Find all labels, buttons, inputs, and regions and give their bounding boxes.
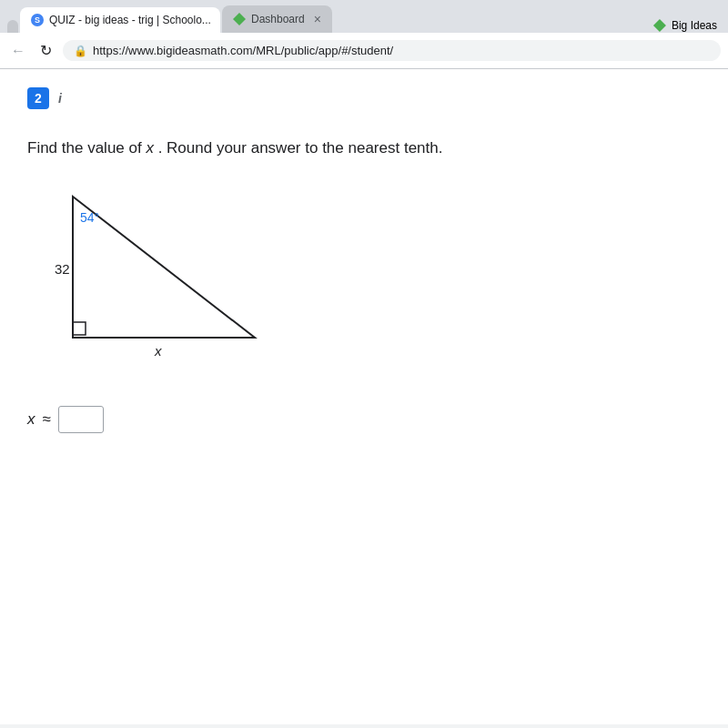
- dashboard-tab-close[interactable]: ×: [314, 12, 321, 26]
- url-text: https://www.bigideasmath.com/MRL/public/…: [93, 44, 393, 57]
- quiz-tab[interactable]: S QUIZ - big ideas - trig | Schoolo...: [20, 7, 220, 33]
- svg-text:32: 32: [55, 261, 70, 277]
- svg-text:x: x: [154, 343, 162, 359]
- question-number: 2: [27, 87, 49, 109]
- triangle-svg: 54° 32 x: [46, 187, 273, 369]
- page-content: 2 i Find the value of x . Round your ans…: [0, 69, 728, 724]
- quiz-tab-label: QUIZ - big ideas - trig | Schoolo...: [49, 14, 211, 26]
- approx-symbol: ≈: [43, 410, 51, 429]
- partial-tab[interactable]: [7, 20, 18, 33]
- schoology-icon: S: [31, 14, 44, 26]
- answer-variable: x: [27, 410, 35, 429]
- svg-text:54°: 54°: [80, 210, 99, 225]
- dashboard-tab-label: Dashboard: [251, 13, 305, 25]
- variable-x-inline: x: [146, 139, 154, 157]
- question-text: Find the value of x . Round your answer …: [27, 136, 701, 160]
- address-bar-row: ← ↻ 🔒 https://www.bigideasmath.com/MRL/p…: [0, 33, 728, 69]
- reload-button[interactable]: ↻: [36, 40, 56, 61]
- back-button[interactable]: ←: [7, 41, 29, 61]
- address-box[interactable]: 🔒 https://www.bigideasmath.com/MRL/publi…: [63, 40, 721, 61]
- triangle-diagram: 54° 32 x: [46, 187, 273, 369]
- dashboard-tab[interactable]: Dashboard ×: [222, 5, 332, 33]
- tab-bar: S QUIZ - big ideas - trig | Schoolo... D…: [0, 0, 728, 33]
- browser-chrome: S QUIZ - big ideas - trig | Schoolo... D…: [0, 0, 728, 69]
- question-header: 2 i: [27, 87, 701, 109]
- big-ideas-icon-1: [233, 13, 246, 25]
- answer-row: x ≈: [27, 406, 701, 433]
- big-ideas-icon-2: [653, 19, 666, 32]
- answer-input[interactable]: [58, 406, 104, 433]
- lock-icon: 🔒: [74, 45, 87, 57]
- svg-rect-1: [73, 322, 86, 335]
- info-icon[interactable]: i: [58, 91, 62, 106]
- svg-marker-0: [73, 197, 255, 338]
- big-ideas-tab-label: Big Ideas: [672, 19, 717, 32]
- big-ideas-tab-partial[interactable]: Big Ideas: [642, 13, 728, 38]
